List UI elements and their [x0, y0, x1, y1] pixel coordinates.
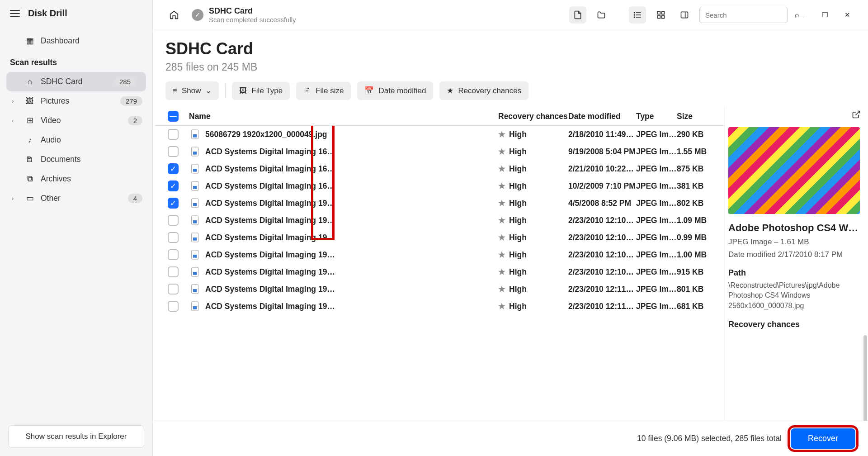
home-icon[interactable] — [165, 6, 183, 24]
sidebar-nav: ▦ Dashboard Scan results ⌂SDHC Card285›🖼… — [0, 27, 152, 417]
svg-rect-9 — [662, 16, 665, 19]
header-checkbox-cell: — — [159, 111, 187, 122]
sidebar-item-sdhc-card[interactable]: ⌂SDHC Card285 — [6, 72, 146, 91]
file-type: JPEG Im… — [636, 285, 677, 294]
date-modified: 2/23/2010 12:10… — [568, 216, 636, 225]
file-type-filter-button[interactable]: 🖼File Type — [232, 82, 290, 100]
show-filter-button[interactable]: ≡ Show ⌄ — [165, 81, 219, 100]
grid-view-icon[interactable] — [652, 6, 670, 24]
svg-rect-29 — [193, 272, 197, 275]
file-size: 1.00 MB — [677, 250, 720, 260]
external-link-icon[interactable] — [852, 110, 861, 119]
column-name[interactable]: Name — [187, 112, 498, 121]
audio-icon: ♪ — [25, 135, 34, 145]
sidebar-item-pictures[interactable]: ›🖼Pictures279 — [0, 91, 152, 111]
row-checkbox[interactable]: ✓ — [168, 180, 179, 191]
date-filter-button[interactable]: 📅Date modified — [357, 81, 433, 100]
table-row[interactable]: ACD Systems Digital Imaging 19…★High2/23… — [155, 298, 724, 315]
sidebar-item-count: 2 — [128, 116, 142, 125]
preview-title: Adobe Photoshop CS4 W… — [728, 222, 860, 234]
sidebar-item-documents[interactable]: 🗎Documents — [0, 150, 152, 169]
star-icon: ★ — [498, 267, 505, 276]
sidebar-item-archives[interactable]: ⧉Archives — [0, 169, 152, 189]
archive-icon: ⧉ — [25, 174, 34, 184]
table-row[interactable]: ACD Systems Digital Imaging 19…★High2/23… — [155, 212, 724, 229]
recover-button[interactable]: Recover — [791, 428, 855, 449]
table-row[interactable]: ✓ACD Systems Digital Imaging 16…★High2/2… — [155, 160, 724, 177]
file-type: JPEG Im… — [636, 302, 677, 311]
main: ✓ SDHC Card Scan completed successfully … — [153, 0, 868, 456]
show-in-explorer-button[interactable]: Show scan results in Explorer — [8, 425, 144, 448]
file-size: 1.55 MB — [677, 147, 720, 157]
minimize-button[interactable]: — — [794, 7, 810, 23]
sidebar-item-audio[interactable]: ♪Audio — [0, 130, 152, 150]
svg-rect-10 — [681, 12, 688, 18]
chevron-down-icon: ⌄ — [205, 86, 212, 95]
column-recovery[interactable]: Recovery chances — [498, 112, 568, 121]
table-row[interactable]: ACD Systems Digital Imaging 19…★High2/23… — [155, 246, 724, 263]
menu-icon[interactable] — [10, 10, 20, 17]
file-size-filter-button[interactable]: 🗎File size — [296, 82, 351, 100]
file-size: 290 KB — [677, 130, 720, 139]
search-input[interactable] — [705, 11, 791, 19]
svg-point-3 — [634, 12, 635, 13]
scrollbar[interactable] — [863, 335, 867, 421]
star-icon: ★ — [498, 181, 505, 190]
column-type[interactable]: Type — [636, 112, 677, 121]
file-type-icon — [187, 266, 203, 277]
table-row[interactable]: ✓ACD Systems Digital Imaging 19…★High4/5… — [155, 195, 724, 212]
sidebar-item-other[interactable]: ›▭Other4 — [0, 189, 152, 208]
row-checkbox[interactable] — [168, 249, 179, 260]
nav-dashboard[interactable]: ▦ Dashboard — [0, 31, 152, 51]
search-box[interactable]: ⌕ — [699, 7, 788, 23]
star-icon: ★ — [498, 285, 505, 294]
recovery-chance: ★High — [498, 199, 568, 208]
list-view-icon[interactable] — [629, 6, 646, 24]
row-checkbox[interactable]: ✓ — [168, 163, 179, 174]
file-type: JPEG Im… — [636, 250, 677, 260]
table-row[interactable]: ACD Systems Digital Imaging 16…★High9/19… — [155, 143, 724, 160]
row-checkbox[interactable] — [168, 266, 179, 277]
row-checkbox[interactable] — [168, 215, 179, 226]
recovery-filter-button[interactable]: ★Recovery chances — [439, 81, 528, 100]
file-type: JPEG Im… — [636, 267, 677, 277]
maximize-button[interactable]: ❐ — [816, 7, 833, 23]
svg-rect-6 — [658, 12, 660, 14]
table-row[interactable]: ACD Systems Digital Imaging 19…★High2/23… — [155, 229, 724, 246]
select-all-checkbox[interactable]: — — [168, 111, 179, 122]
star-icon: ★ — [498, 302, 505, 311]
file-size: 381 KB — [677, 181, 720, 191]
row-checkbox[interactable] — [168, 301, 179, 312]
star-icon: ★ — [498, 199, 505, 208]
sidebar-item-label: Audio — [41, 135, 61, 145]
close-button[interactable]: ✕ — [839, 7, 855, 23]
table-row[interactable]: ✓ACD Systems Digital Imaging 16…★High10/… — [155, 177, 724, 195]
file-name: ACD Systems Digital Imaging 19… — [203, 267, 498, 277]
table-row[interactable]: 56086729 1920x1200_000049.jpg★High2/18/2… — [155, 126, 724, 143]
status-subtitle: Scan completed successfully — [209, 16, 296, 24]
row-checkbox[interactable]: ✓ — [168, 198, 179, 209]
image-icon: 🖼 — [239, 86, 247, 95]
sidebar: Disk Drill ▦ Dashboard Scan results ⌂SDH… — [0, 0, 153, 456]
svg-point-4 — [634, 14, 635, 15]
column-size[interactable]: Size — [677, 112, 720, 121]
sidebar-item-label: Documents — [41, 155, 81, 164]
row-checkbox[interactable] — [168, 146, 179, 157]
file-name: ACD Systems Digital Imaging 19… — [203, 233, 498, 242]
row-checkbox[interactable] — [168, 284, 179, 294]
file-size: 0.99 MB — [677, 233, 720, 242]
row-checkbox-cell — [159, 284, 187, 294]
sidebar-item-video[interactable]: ›⊞Video2 — [0, 111, 152, 130]
separator — [225, 84, 226, 98]
row-checkbox[interactable] — [168, 232, 179, 243]
file-name: ACD Systems Digital Imaging 19… — [203, 216, 498, 225]
folder-icon[interactable] — [593, 6, 610, 24]
row-checkbox[interactable] — [168, 129, 179, 140]
table-row[interactable]: ACD Systems Digital Imaging 19…★High2/23… — [155, 280, 724, 298]
panel-view-icon[interactable] — [676, 6, 693, 24]
star-icon: ★ — [447, 86, 453, 95]
date-modified: 2/23/2010 12:11… — [568, 285, 636, 294]
table-row[interactable]: ACD Systems Digital Imaging 19…★High2/23… — [155, 263, 724, 280]
column-date[interactable]: Date modified — [568, 112, 636, 121]
file-icon[interactable] — [569, 6, 586, 24]
